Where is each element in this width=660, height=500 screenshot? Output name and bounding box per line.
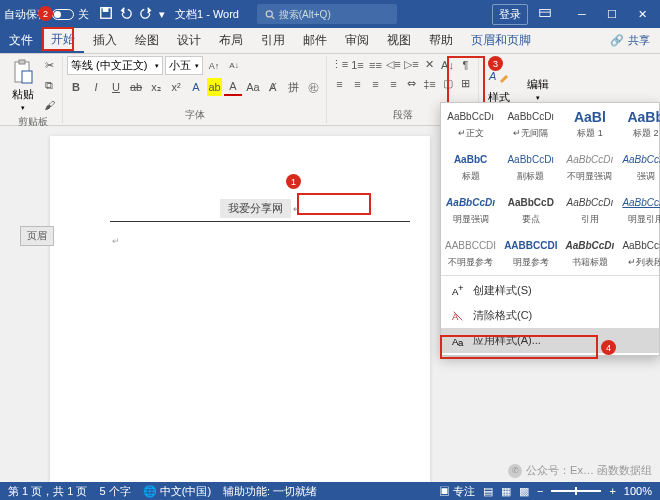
decrease-indent-icon[interactable]: ◁≡ (385, 56, 402, 73)
grow-font-icon[interactable]: A↑ (205, 57, 223, 75)
style-name: 明显参考 (504, 256, 557, 269)
status-access[interactable]: 辅助功能: 一切就绪 (223, 484, 317, 499)
status-words[interactable]: 5 个字 (99, 484, 130, 499)
tab-draw[interactable]: 绘图 (126, 28, 168, 53)
text-effects-icon[interactable]: A (187, 78, 205, 96)
qat-dropdown-icon[interactable]: ▾ (159, 8, 165, 21)
style-item-0[interactable]: AaBbCcDı↵正文 (441, 103, 500, 146)
clear-format-cmd[interactable]: A 清除格式(C) (441, 303, 659, 328)
distribute-icon[interactable]: ⇔ (403, 75, 420, 92)
subscript-icon[interactable]: x₂ (147, 78, 165, 96)
increase-indent-icon[interactable]: ▷≡ (403, 56, 420, 73)
search-box[interactable] (257, 4, 397, 24)
tab-design[interactable]: 设计 (168, 28, 210, 53)
clear-format-icon: A (451, 309, 465, 323)
callout-badge-2: 2 (38, 6, 53, 21)
view-read-icon[interactable]: ▦ (501, 485, 511, 498)
tab-insert[interactable]: 插入 (84, 28, 126, 53)
minimize-button[interactable]: ─ (568, 4, 596, 24)
text-direction-icon[interactable]: ✕ (421, 56, 438, 73)
style-item-6[interactable]: AaBbCcDı不明显强调 (561, 146, 618, 189)
format-painter-icon[interactable]: 🖌 (40, 96, 58, 114)
font-size-select[interactable]: 小五▾ (165, 56, 203, 75)
redo-icon[interactable] (139, 6, 153, 22)
justify-icon[interactable]: ≡ (385, 75, 402, 92)
callout-box-2 (42, 27, 74, 51)
toggle-icon (52, 9, 74, 20)
style-item-2[interactable]: AaBl标题 1 (561, 103, 618, 146)
header-text[interactable]: 我爱分享网 (220, 199, 291, 218)
zoom-slider[interactable] (551, 490, 601, 492)
style-item-12[interactable]: AABBCCDI不明显参考 (441, 232, 500, 275)
login-button[interactable]: 登录 (492, 4, 528, 25)
tab-mailings[interactable]: 邮件 (294, 28, 336, 53)
copy-icon[interactable]: ⧉ (40, 76, 58, 94)
zoom-in-icon[interactable]: + (609, 485, 615, 497)
editing-button[interactable]: 编辑 ▾ (523, 75, 553, 104)
change-case-icon[interactable]: Aa (244, 78, 262, 96)
style-item-8[interactable]: AaBbCcDı明显强调 (441, 189, 500, 232)
undo-icon[interactable] (119, 6, 133, 22)
bold-icon[interactable]: B (67, 78, 85, 96)
tab-file[interactable]: 文件 (0, 28, 42, 53)
share-button[interactable]: 🔗共享 (600, 28, 660, 53)
highlight-icon[interactable]: ab (207, 78, 222, 96)
status-lang[interactable]: 🌐 中文(中国) (143, 484, 211, 499)
style-item-14[interactable]: AaBbCcDı书籍标题 (561, 232, 618, 275)
header-tag: 页眉 (20, 226, 54, 246)
strikethrough-icon[interactable]: ab (127, 78, 145, 96)
tab-layout[interactable]: 布局 (210, 28, 252, 53)
style-item-13[interactable]: AABBCCDI明显参考 (500, 232, 561, 275)
close-button[interactable]: ✕ (628, 4, 656, 24)
italic-icon[interactable]: I (87, 78, 105, 96)
align-center-icon[interactable]: ≡ (349, 75, 366, 92)
numbering-icon[interactable]: 1≡ (349, 56, 366, 73)
font-name-select[interactable]: 等线 (中文正文)▾ (67, 56, 163, 75)
font-color-icon[interactable]: A (224, 78, 242, 96)
style-preview: AaBbCcDı (565, 238, 614, 254)
style-name: 不明显强调 (565, 170, 614, 183)
maximize-button[interactable]: ☐ (598, 4, 626, 24)
style-name: ↵列表段 (622, 256, 660, 269)
zoom-out-icon[interactable]: − (537, 485, 543, 497)
tab-help[interactable]: 帮助 (420, 28, 462, 53)
paste-button[interactable]: 粘贴 ▾ (8, 57, 38, 114)
status-zoom[interactable]: 100% (624, 485, 652, 497)
style-preview: AaBbCcDı (445, 195, 496, 211)
tab-references[interactable]: 引用 (252, 28, 294, 53)
style-item-3[interactable]: AaBb标题 2 (618, 103, 660, 146)
style-item-7[interactable]: AaBbCcDı强调 (618, 146, 660, 189)
create-style-cmd[interactable]: A+ 创建样式(S) (441, 278, 659, 303)
save-icon[interactable] (99, 6, 113, 22)
style-item-9[interactable]: AaBbCcD要点 (500, 189, 561, 232)
tab-header-footer[interactable]: 页眉和页脚 (462, 28, 540, 53)
align-left-icon[interactable]: ≡ (331, 75, 348, 92)
style-item-1[interactable]: AaBbCcDı↵无间隔 (500, 103, 561, 146)
line-spacing-icon[interactable]: ‡≡ (421, 75, 438, 92)
style-item-5[interactable]: AaBbCcDı副标题 (500, 146, 561, 189)
underline-icon[interactable]: U (107, 78, 125, 96)
enclose-icon[interactable]: ㊓ (304, 78, 322, 96)
status-page[interactable]: 第 1 页，共 1 页 (8, 484, 87, 499)
search-input[interactable] (279, 9, 389, 20)
phonetic-icon[interactable]: 拼 (284, 78, 302, 96)
multilevel-icon[interactable]: ≡≡ (367, 56, 384, 73)
ribbon-mode-icon[interactable] (538, 6, 552, 22)
cut-icon[interactable]: ✂ (40, 56, 58, 74)
shrink-font-icon[interactable]: A↓ (225, 57, 243, 75)
align-right-icon[interactable]: ≡ (367, 75, 384, 92)
view-web-icon[interactable]: ▩ (519, 485, 529, 498)
style-item-15[interactable]: AaBbCcDı↵列表段 (618, 232, 660, 275)
style-item-11[interactable]: AaBbCcDı明显引用 (618, 189, 660, 232)
tab-view[interactable]: 视图 (378, 28, 420, 53)
view-print-icon[interactable]: ▤ (483, 485, 493, 498)
superscript-icon[interactable]: x² (167, 78, 185, 96)
bullets-icon[interactable]: ⋮≡ (331, 56, 348, 73)
svg-point-2 (266, 10, 272, 16)
style-item-4[interactable]: AaBbC标题 (441, 146, 500, 189)
style-item-10[interactable]: AaBbCcDı引用 (561, 189, 618, 232)
style-name: 标题 (445, 170, 496, 183)
clear-format-icon[interactable]: A̸ (264, 78, 282, 96)
tab-review[interactable]: 审阅 (336, 28, 378, 53)
status-focus[interactable]: ▣ 专注 (439, 484, 475, 499)
